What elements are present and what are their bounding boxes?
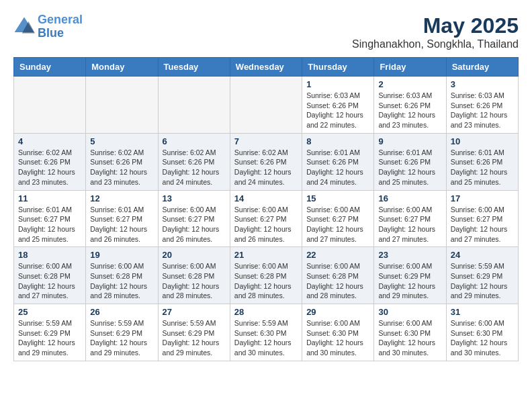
day-info: Sunrise: 6:00 AM Sunset: 6:28 PM Dayligh… bbox=[234, 261, 298, 301]
day-info: Sunrise: 5:59 AM Sunset: 6:29 PM Dayligh… bbox=[18, 318, 81, 358]
day-info: Sunrise: 6:00 AM Sunset: 6:27 PM Dayligh… bbox=[306, 205, 369, 244]
day-info: Sunrise: 6:00 AM Sunset: 6:27 PM Dayligh… bbox=[163, 205, 226, 244]
logo-text: General Blue bbox=[38, 13, 83, 40]
day-number: 23 bbox=[378, 250, 441, 260]
calendar-cell: 2Sunrise: 6:03 AM Sunset: 6:26 PM Daylig… bbox=[374, 77, 446, 134]
day-number: 30 bbox=[378, 307, 441, 317]
calendar-cell: 11Sunrise: 6:01 AM Sunset: 6:27 PM Dayli… bbox=[14, 190, 86, 247]
day-info: Sunrise: 5:59 AM Sunset: 6:29 PM Dayligh… bbox=[163, 318, 226, 358]
calendar-cell: 31Sunrise: 6:00 AM Sunset: 6:30 PM Dayli… bbox=[446, 304, 518, 361]
day-info: Sunrise: 6:03 AM Sunset: 6:26 PM Dayligh… bbox=[451, 91, 514, 130]
day-info: Sunrise: 6:02 AM Sunset: 6:26 PM Dayligh… bbox=[18, 148, 81, 187]
day-number: 27 bbox=[163, 307, 226, 317]
calendar-cell: 12Sunrise: 6:01 AM Sunset: 6:27 PM Dayli… bbox=[86, 190, 158, 247]
day-number: 2 bbox=[378, 79, 441, 89]
day-number: 19 bbox=[90, 250, 153, 260]
calendar-cell: 17Sunrise: 6:00 AM Sunset: 6:27 PM Dayli… bbox=[446, 190, 518, 247]
day-info: Sunrise: 6:00 AM Sunset: 6:28 PM Dayligh… bbox=[90, 261, 153, 301]
calendar-cell: 13Sunrise: 6:00 AM Sunset: 6:27 PM Dayli… bbox=[158, 190, 230, 247]
calendar-header-row: SundayMondayTuesdayWednesdayThursdayFrid… bbox=[14, 58, 519, 77]
day-info: Sunrise: 6:03 AM Sunset: 6:26 PM Dayligh… bbox=[306, 91, 369, 130]
location: Singhanakhon, Songkhla, Thailand bbox=[352, 38, 519, 50]
month-year: May 2025 bbox=[352, 13, 519, 38]
day-info: Sunrise: 5:59 AM Sunset: 6:29 PM Dayligh… bbox=[451, 261, 514, 301]
day-number: 24 bbox=[451, 250, 514, 260]
calendar-cell: 20Sunrise: 6:00 AM Sunset: 6:28 PM Dayli… bbox=[158, 247, 230, 304]
calendar-week-row: 18Sunrise: 6:00 AM Sunset: 6:28 PM Dayli… bbox=[14, 247, 519, 304]
day-info: Sunrise: 6:02 AM Sunset: 6:26 PM Dayligh… bbox=[163, 148, 226, 187]
calendar-cell bbox=[86, 77, 158, 134]
day-info: Sunrise: 5:59 AM Sunset: 6:30 PM Dayligh… bbox=[234, 318, 298, 358]
calendar-cell: 7Sunrise: 6:02 AM Sunset: 6:26 PM Daylig… bbox=[230, 133, 302, 190]
day-info: Sunrise: 6:02 AM Sunset: 6:26 PM Dayligh… bbox=[90, 148, 153, 187]
calendar-cell: 1Sunrise: 6:03 AM Sunset: 6:26 PM Daylig… bbox=[302, 77, 374, 134]
day-info: Sunrise: 6:03 AM Sunset: 6:26 PM Dayligh… bbox=[378, 91, 441, 130]
day-number: 17 bbox=[451, 193, 514, 203]
calendar-header-friday: Friday bbox=[374, 58, 446, 77]
day-number: 22 bbox=[306, 250, 369, 260]
day-number: 15 bbox=[306, 193, 369, 203]
day-number: 3 bbox=[451, 79, 514, 89]
calendar-cell: 14Sunrise: 6:00 AM Sunset: 6:27 PM Dayli… bbox=[230, 190, 302, 247]
logo: General Blue bbox=[13, 13, 83, 40]
calendar-week-row: 4Sunrise: 6:02 AM Sunset: 6:26 PM Daylig… bbox=[14, 133, 519, 190]
calendar-cell: 4Sunrise: 6:02 AM Sunset: 6:26 PM Daylig… bbox=[14, 133, 86, 190]
day-info: Sunrise: 6:02 AM Sunset: 6:26 PM Dayligh… bbox=[234, 148, 298, 187]
day-info: Sunrise: 6:00 AM Sunset: 6:30 PM Dayligh… bbox=[378, 318, 441, 358]
calendar-cell: 9Sunrise: 6:01 AM Sunset: 6:26 PM Daylig… bbox=[374, 133, 446, 190]
calendar-week-row: 25Sunrise: 5:59 AM Sunset: 6:29 PM Dayli… bbox=[14, 304, 519, 361]
day-info: Sunrise: 6:00 AM Sunset: 6:29 PM Dayligh… bbox=[378, 261, 441, 301]
calendar-week-row: 11Sunrise: 6:01 AM Sunset: 6:27 PM Dayli… bbox=[14, 190, 519, 247]
calendar-cell: 27Sunrise: 5:59 AM Sunset: 6:29 PM Dayli… bbox=[158, 304, 230, 361]
calendar-cell: 28Sunrise: 5:59 AM Sunset: 6:30 PM Dayli… bbox=[230, 304, 302, 361]
day-info: Sunrise: 6:00 AM Sunset: 6:27 PM Dayligh… bbox=[378, 205, 441, 244]
calendar-cell: 22Sunrise: 6:00 AM Sunset: 6:28 PM Dayli… bbox=[302, 247, 374, 304]
calendar-cell: 26Sunrise: 5:59 AM Sunset: 6:29 PM Dayli… bbox=[86, 304, 158, 361]
calendar-cell: 21Sunrise: 6:00 AM Sunset: 6:28 PM Dayli… bbox=[230, 247, 302, 304]
page-header: General Blue May 2025 Singhanakhon, Song… bbox=[13, 13, 519, 50]
day-info: Sunrise: 6:00 AM Sunset: 6:30 PM Dayligh… bbox=[306, 318, 369, 358]
calendar-cell bbox=[14, 77, 86, 134]
day-info: Sunrise: 6:00 AM Sunset: 6:27 PM Dayligh… bbox=[451, 205, 514, 244]
day-info: Sunrise: 6:01 AM Sunset: 6:26 PM Dayligh… bbox=[378, 148, 441, 187]
calendar-cell: 18Sunrise: 6:00 AM Sunset: 6:28 PM Dayli… bbox=[14, 247, 86, 304]
day-number: 21 bbox=[234, 250, 298, 260]
calendar-cell: 15Sunrise: 6:00 AM Sunset: 6:27 PM Dayli… bbox=[302, 190, 374, 247]
day-number: 6 bbox=[163, 136, 226, 146]
calendar-week-row: 1Sunrise: 6:03 AM Sunset: 6:26 PM Daylig… bbox=[14, 77, 519, 134]
calendar-header-wednesday: Wednesday bbox=[230, 58, 302, 77]
day-number: 13 bbox=[163, 193, 226, 203]
logo-icon bbox=[13, 16, 35, 38]
day-number: 12 bbox=[90, 193, 153, 203]
day-info: Sunrise: 6:01 AM Sunset: 6:27 PM Dayligh… bbox=[18, 205, 81, 244]
calendar-cell: 25Sunrise: 5:59 AM Sunset: 6:29 PM Dayli… bbox=[14, 304, 86, 361]
day-number: 16 bbox=[378, 193, 441, 203]
calendar: SundayMondayTuesdayWednesdayThursdayFrid… bbox=[13, 57, 519, 361]
day-info: Sunrise: 6:00 AM Sunset: 6:27 PM Dayligh… bbox=[234, 205, 298, 244]
day-number: 20 bbox=[163, 250, 226, 260]
calendar-cell: 5Sunrise: 6:02 AM Sunset: 6:26 PM Daylig… bbox=[86, 133, 158, 190]
title-block: May 2025 Singhanakhon, Songkhla, Thailan… bbox=[352, 13, 519, 50]
calendar-cell: 29Sunrise: 6:00 AM Sunset: 6:30 PM Dayli… bbox=[302, 304, 374, 361]
calendar-cell: 10Sunrise: 6:01 AM Sunset: 6:26 PM Dayli… bbox=[446, 133, 518, 190]
calendar-cell: 3Sunrise: 6:03 AM Sunset: 6:26 PM Daylig… bbox=[446, 77, 518, 134]
calendar-cell: 30Sunrise: 6:00 AM Sunset: 6:30 PM Dayli… bbox=[374, 304, 446, 361]
day-number: 31 bbox=[451, 307, 514, 317]
calendar-header-tuesday: Tuesday bbox=[158, 58, 230, 77]
day-info: Sunrise: 6:01 AM Sunset: 6:26 PM Dayligh… bbox=[451, 148, 514, 187]
day-number: 4 bbox=[18, 136, 81, 146]
calendar-cell: 8Sunrise: 6:01 AM Sunset: 6:26 PM Daylig… bbox=[302, 133, 374, 190]
day-number: 26 bbox=[90, 307, 153, 317]
day-info: Sunrise: 6:00 AM Sunset: 6:30 PM Dayligh… bbox=[451, 318, 514, 358]
day-number: 10 bbox=[451, 136, 514, 146]
day-number: 5 bbox=[90, 136, 153, 146]
day-info: Sunrise: 6:00 AM Sunset: 6:28 PM Dayligh… bbox=[163, 261, 226, 301]
calendar-header-thursday: Thursday bbox=[302, 58, 374, 77]
calendar-header-monday: Monday bbox=[86, 58, 158, 77]
day-info: Sunrise: 6:01 AM Sunset: 6:27 PM Dayligh… bbox=[90, 205, 153, 244]
calendar-cell: 19Sunrise: 6:00 AM Sunset: 6:28 PM Dayli… bbox=[86, 247, 158, 304]
calendar-cell: 16Sunrise: 6:00 AM Sunset: 6:27 PM Dayli… bbox=[374, 190, 446, 247]
day-info: Sunrise: 6:00 AM Sunset: 6:28 PM Dayligh… bbox=[18, 261, 81, 301]
day-number: 29 bbox=[306, 307, 369, 317]
calendar-cell: 6Sunrise: 6:02 AM Sunset: 6:26 PM Daylig… bbox=[158, 133, 230, 190]
